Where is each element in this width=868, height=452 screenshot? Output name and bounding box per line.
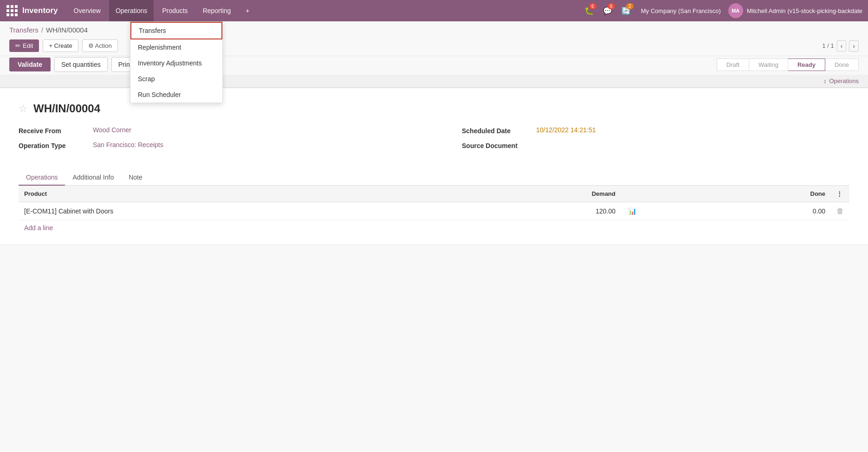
cell-delete: 🗑 — [831, 202, 849, 220]
edit-icon: ✏ — [15, 42, 20, 49]
dropdown-item-scrap[interactable]: Scrap — [130, 71, 222, 87]
operation-type-label: Operation Type — [19, 141, 93, 149]
add-line-button[interactable]: Add a line — [19, 220, 58, 235]
next-page-button[interactable]: › — [849, 40, 859, 52]
operations-toggle-button[interactable]: ↕ Operations — [823, 77, 859, 84]
tab-operations[interactable]: Operations — [19, 170, 65, 186]
company-selector[interactable]: My Company (San Francisco) — [641, 7, 721, 14]
nav-brand[interactable]: Inventory — [22, 6, 58, 15]
sort-icon: ↕ — [823, 77, 827, 84]
bottom-separator — [0, 245, 868, 245]
tab-note[interactable]: Note — [121, 170, 150, 186]
form-right: Scheduled Date 10/12/2022 14:21:51 Sourc… — [434, 126, 849, 156]
scheduled-date-label: Scheduled Date — [462, 126, 536, 135]
page-info: 1 / 1 — [822, 42, 834, 49]
operations-table: Product Demand Done ⋮ [E-COM11] Cabinet … — [19, 186, 849, 220]
apps-menu-icon[interactable] — [6, 4, 19, 17]
col-options: ⋮ — [831, 186, 849, 202]
record-id: WH/IN/00004 — [33, 102, 100, 115]
source-document-label: Source Document — [462, 141, 536, 149]
record-header: ☆ WH/IN/00004 — [19, 102, 849, 115]
column-options-icon[interactable]: ⋮ — [836, 190, 842, 197]
validate-button[interactable]: Validate — [9, 58, 51, 71]
tab-additional-info[interactable]: Additional Info — [65, 170, 121, 186]
action-button[interactable]: ⚙ Action — [82, 39, 118, 52]
status-waiting: Waiting — [749, 58, 788, 71]
receive-from-field: Receive From Wood Corner — [19, 126, 434, 135]
avatar: MA — [728, 3, 743, 18]
breadcrumb-current: WH/IN/00004 — [46, 26, 88, 34]
form-fields: Receive From Wood Corner Operation Type … — [19, 126, 849, 156]
status-ready: Ready — [788, 58, 825, 71]
nav-item-overview[interactable]: Overview — [67, 0, 107, 21]
receive-from-value[interactable]: Wood Corner — [93, 126, 131, 134]
messages-icon[interactable]: 💬 6 — [600, 3, 615, 18]
scheduled-date-value[interactable]: 10/12/2022 14:21:51 — [536, 126, 596, 134]
source-document-field: Source Document — [462, 141, 849, 149]
dropdown-item-inventory-adjustments[interactable]: Inventory Adjustments — [130, 55, 222, 71]
edit-button[interactable]: ✏ Edit — [9, 39, 39, 52]
nav-item-operations[interactable]: Operations — [109, 0, 154, 21]
create-button[interactable]: + Create — [43, 39, 78, 52]
status-draft: Draft — [717, 58, 749, 71]
user-menu[interactable]: MA Mitchell Admin (v15-stock-picking-bac… — [728, 3, 862, 18]
forecast-chart-icon[interactable]: 📊 — [628, 207, 636, 215]
col-demand: Demand — [466, 186, 621, 202]
prev-page-button[interactable]: ‹ — [837, 40, 847, 52]
col-forecast — [621, 186, 714, 202]
col-done: Done — [714, 186, 831, 202]
form-left: Receive From Wood Corner Operation Type … — [19, 126, 434, 156]
main-content: ☆ WH/IN/00004 Receive From Wood Corner O… — [0, 88, 868, 245]
dropdown-item-replenishment[interactable]: Replenishment — [130, 39, 222, 55]
operation-type-value[interactable]: San Francisco: Receipts — [93, 141, 163, 149]
breadcrumb-parent[interactable]: Transfers — [9, 26, 39, 34]
cell-product: [E-COM11] Cabinet with Doors — [19, 202, 466, 220]
favorite-star-icon[interactable]: ☆ — [19, 103, 28, 115]
operations-dropdown: Transfers Replenishment Inventory Adjust… — [130, 21, 223, 103]
breadcrumb-separator: / — [41, 26, 43, 34]
dropdown-item-transfers[interactable]: Transfers — [130, 22, 222, 39]
dropdown-item-run-scheduler[interactable]: Run Scheduler — [130, 87, 222, 103]
scheduled-date-field: Scheduled Date 10/12/2022 14:21:51 — [462, 126, 849, 135]
top-navigation: Inventory Overview Operations Products R… — [0, 0, 868, 21]
set-quantities-button[interactable]: Set quantities — [54, 57, 108, 72]
bug-icon[interactable]: 🐛 6 — [582, 3, 596, 18]
table-row: [E-COM11] Cabinet with Doors 120.00 📊 0.… — [19, 202, 849, 220]
page-navigation: 1 / 1 ‹ › — [822, 40, 859, 52]
cell-forecast: 📊 — [621, 202, 714, 220]
status-done: Done — [825, 58, 859, 71]
operation-type-field: Operation Type San Francisco: Receipts — [19, 141, 434, 149]
nav-item-products[interactable]: Products — [155, 0, 194, 21]
updates-icon[interactable]: 🔄 2 — [619, 3, 634, 18]
col-product: Product — [19, 186, 466, 202]
nav-right-section: 🐛 6 💬 6 🔄 2 My Company (San Francisco) M… — [582, 3, 862, 18]
status-steps: Draft Waiting Ready Done — [717, 58, 859, 71]
cell-demand: 120.00 — [466, 202, 621, 220]
delete-row-icon[interactable]: 🗑 — [836, 207, 844, 215]
tabs-bar: Operations Additional Info Note — [19, 170, 849, 186]
nav-item-reporting[interactable]: Reporting — [196, 0, 238, 21]
receive-from-label: Receive From — [19, 126, 93, 135]
nav-add-button[interactable]: + — [239, 0, 256, 21]
cell-done: 0.00 — [714, 202, 831, 220]
